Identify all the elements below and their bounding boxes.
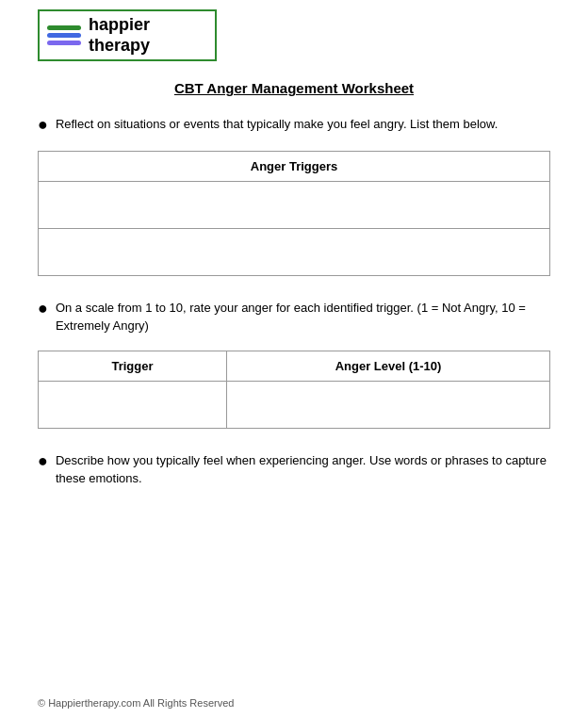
table-row [39, 381, 550, 428]
instruction-item-1: ● Reflect on situations or events that t… [38, 115, 550, 136]
instruction-text-2: On a scale from 1 to 10, rate your anger… [56, 299, 550, 335]
trigger-row-1[interactable] [39, 181, 550, 228]
trigger-cell[interactable] [39, 381, 227, 428]
bullet-dot-2: ● [38, 299, 48, 319]
logo: happier therapy [38, 9, 217, 61]
wave-green [47, 25, 81, 30]
table-row [39, 181, 550, 228]
wave-blue [47, 33, 81, 38]
logo-waves [47, 25, 81, 45]
logo-line2: therapy [89, 36, 150, 55]
col-level-header: Anger Level (1-10) [227, 351, 550, 381]
instruction-item-3: ● Describe how you typically feel when e… [38, 451, 550, 488]
instruction-item-2: ● On a scale from 1 to 10, rate your ang… [38, 299, 550, 335]
bullet-dot-3: ● [38, 451, 48, 472]
page-container: happier therapy CBT Anger Management Wor… [0, 0, 588, 541]
logo-text: happier therapy [89, 15, 150, 56]
page-footer: © Happiertherapy.com All Rights Reserved [38, 697, 234, 709]
table-row [39, 228, 550, 275]
logo-line1: happier [89, 15, 150, 34]
wave-purple [47, 41, 81, 45]
trigger-level-table: Trigger Anger Level (1-10) [38, 351, 550, 429]
instruction-text-3: Describe how you typically feel when exp… [56, 451, 550, 488]
col-trigger-header: Trigger [39, 351, 227, 381]
anger-triggers-header: Anger Triggers [39, 151, 550, 181]
bullet-dot-1: ● [38, 115, 48, 136]
page-title: CBT Anger Management Worksheet [38, 80, 550, 96]
trigger-row-2[interactable] [39, 228, 550, 275]
level-cell[interactable] [227, 381, 550, 428]
anger-triggers-table: Anger Triggers [38, 151, 550, 276]
instruction-text-1: Reflect on situations or events that typ… [56, 115, 498, 134]
